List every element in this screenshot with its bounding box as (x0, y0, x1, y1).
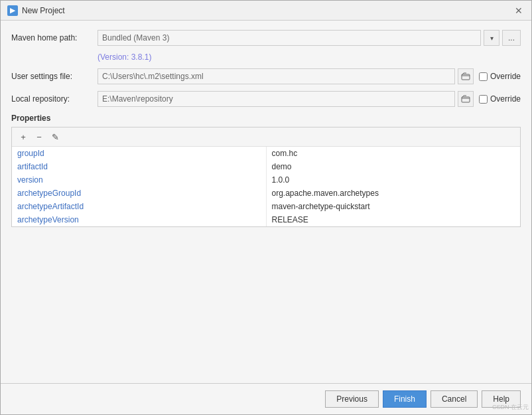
local-repository-label: Local repository: (11, 94, 98, 104)
property-value: org.apache.maven.archetypes (266, 187, 520, 200)
remove-property-button[interactable]: − (32, 130, 46, 143)
local-repository-input-group: Override (98, 91, 521, 107)
properties-section-title: Properties (11, 114, 521, 123)
property-key: version (12, 173, 266, 187)
property-key: groupId (12, 147, 266, 160)
local-repository-browse-btn[interactable] (458, 91, 474, 107)
add-property-button[interactable]: + (16, 130, 31, 143)
local-repository-override-label: Override (490, 94, 521, 104)
table-row[interactable]: artifactId demo (12, 160, 520, 173)
local-repository-override-group: Override (479, 94, 521, 104)
user-settings-override-label: Override (490, 72, 521, 81)
property-value: demo (266, 160, 520, 173)
svg-rect-0 (462, 74, 470, 80)
user-settings-browse-btn[interactable] (458, 68, 474, 84)
cancel-button[interactable]: Cancel (431, 390, 478, 408)
maven-home-input[interactable] (98, 30, 481, 46)
table-row[interactable]: archetypeArtifactId maven-archetype-quic… (12, 200, 520, 213)
version-note: (Version: 3.8.1) (98, 52, 521, 62)
properties-table: groupId com.hc artifactId demo version 1… (12, 147, 520, 226)
new-project-dialog: ▶ New Project ✕ Maven home path: ▾ ... (… (0, 0, 532, 415)
table-row[interactable]: groupId com.hc (12, 147, 520, 160)
user-settings-input-group: Override (98, 68, 521, 84)
maven-home-dropdown-btn[interactable]: ▾ (484, 30, 499, 46)
property-key: archetypeVersion (12, 213, 266, 226)
user-settings-input[interactable] (98, 68, 455, 84)
user-settings-label: User settings file: (11, 72, 98, 81)
title-bar: ▶ New Project ✕ (1, 1, 531, 21)
title-bar-left: ▶ New Project (7, 5, 65, 16)
property-key: archetypeGroupId (12, 187, 266, 200)
maven-home-label: Maven home path: (11, 33, 98, 42)
local-repository-row: Local repository: Override (11, 91, 521, 107)
close-button[interactable]: ✕ (513, 5, 525, 17)
properties-panel: + − ✎ groupId com.hc artifactId demo ver… (11, 127, 521, 227)
user-settings-override-group: Override (479, 72, 521, 81)
maven-home-browse-btn[interactable]: ... (502, 30, 521, 46)
dialog-body: Maven home path: ▾ ... (Version: 3.8.1) … (1, 21, 531, 383)
property-key: artifactId (12, 160, 266, 173)
dialog-icon: ▶ (7, 5, 18, 16)
properties-toolbar: + − ✎ (12, 127, 520, 147)
property-value: 1.0.0 (266, 173, 520, 187)
table-row[interactable]: archetypeVersion RELEASE (12, 213, 520, 226)
maven-home-row: Maven home path: ▾ ... (11, 30, 521, 46)
property-key: archetypeArtifactId (12, 200, 266, 213)
watermark: CSDN 在云元 (492, 403, 529, 412)
previous-button[interactable]: Previous (325, 390, 379, 408)
property-value: RELEASE (266, 213, 520, 226)
dialog-title: New Project (22, 6, 65, 15)
dialog-footer: Previous Finish Cancel Help (1, 383, 531, 414)
user-settings-override-checkbox[interactable] (479, 72, 488, 81)
maven-home-input-group: ▾ ... (98, 30, 521, 46)
finish-button[interactable]: Finish (383, 390, 427, 408)
table-row[interactable]: version 1.0.0 (12, 173, 520, 187)
table-row[interactable]: archetypeGroupId org.apache.maven.archet… (12, 187, 520, 200)
property-value: maven-archetype-quickstart (266, 200, 520, 213)
local-repository-override-checkbox[interactable] (479, 95, 488, 104)
local-repository-input[interactable] (98, 91, 455, 107)
edit-property-button[interactable]: ✎ (48, 130, 62, 143)
user-settings-row: User settings file: Override (11, 68, 521, 84)
property-value: com.hc (266, 147, 520, 160)
svg-rect-1 (462, 97, 470, 102)
